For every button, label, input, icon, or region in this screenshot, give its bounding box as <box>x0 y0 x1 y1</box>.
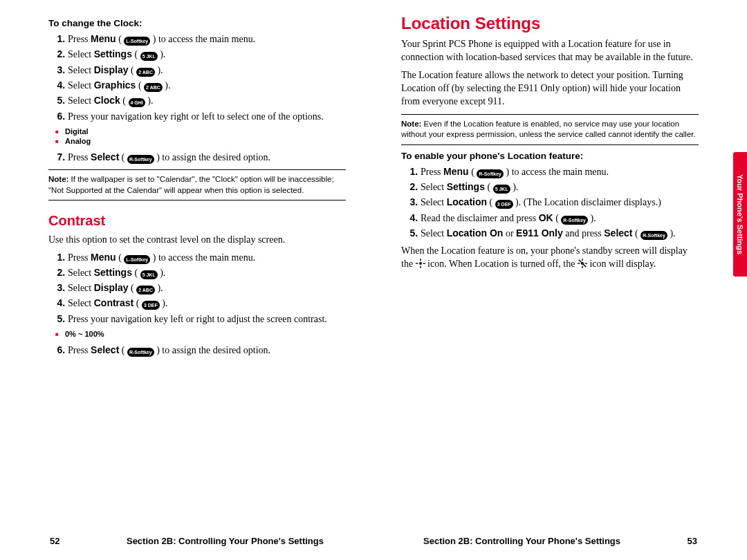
footer-title: Section 2B: Controlling Your Phone's Set… <box>423 536 620 546</box>
list-item: Select Contrast ( 3 DEF ). <box>68 297 346 310</box>
footer-title: Section 2B: Controlling Your Phone's Set… <box>127 536 324 546</box>
location-p1: Your Sprint PCS Phone is equipped with a… <box>401 37 699 64</box>
softkey-icon: R-Softkey <box>561 216 588 225</box>
list-item: Press Menu ( L-Softkey ) to access the m… <box>68 32 346 46</box>
softkey-icon: L-Softkey <box>124 255 150 264</box>
page-number: 53 <box>688 536 697 546</box>
right-footer: Section 2B: Controlling Your Phone's Set… <box>374 536 747 546</box>
key-icon: 4 GHI <box>129 98 145 107</box>
list-item: Select Graphics ( 2 ABC ). <box>68 79 346 92</box>
key-icon: 2 ABC <box>136 286 155 295</box>
list-item: Select Settings ( 5 JKL ). <box>68 48 346 61</box>
clock-steps: Press Menu ( L-Softkey ) to access the m… <box>48 32 346 123</box>
list-item: Select Location ( 3 DEF ). (The Location… <box>421 196 699 209</box>
list-item: Press Select ( R-Softkey ) to assign the… <box>68 344 346 357</box>
location-title: Location Settings <box>401 14 699 33</box>
key-icon: 3 DEF <box>142 301 160 310</box>
clock-options: Digital Analog <box>48 127 346 145</box>
location-on-icon <box>416 259 425 268</box>
list-item: Press your navigation key left or right … <box>68 312 346 326</box>
clock-heading: To change the Clock: <box>48 18 346 28</box>
location-steps: Press Menu ( R-Softkey ) to access the m… <box>401 165 699 241</box>
left-page: To change the Clock: Press Menu ( L-Soft… <box>0 0 374 560</box>
contrast-steps: Press Menu ( L-Softkey ) to access the m… <box>48 251 346 326</box>
list-item: Press Menu ( R-Softkey ) to access the m… <box>421 165 699 178</box>
softkey-icon: R-Softkey <box>127 155 154 164</box>
contrast-range: 0% ~ 100% <box>48 330 346 338</box>
list-item: Select Clock ( 4 GHI ). <box>68 94 346 107</box>
left-footer: 52 Section 2B: Controlling Your Phone's … <box>0 536 374 546</box>
enable-heading: To enable your phone's Location feature: <box>401 151 699 161</box>
softkey-icon: R-Softkey <box>640 231 667 240</box>
softkey-icon: R-Softkey <box>477 169 504 178</box>
list-item: Select Display ( 2 ABC ). <box>68 281 346 295</box>
key-icon: 5 JKL <box>140 52 158 61</box>
location-off-icon <box>578 259 587 268</box>
list-item: 0% ~ 100% <box>65 330 346 338</box>
list-item: Select Settings ( 5 JKL ). <box>421 180 699 194</box>
list-item: Press Menu ( L-Softkey ) to access the m… <box>68 251 346 264</box>
key-icon: 2 ABC <box>136 68 155 77</box>
list-item: Press Select ( R-Softkey ) to assign the… <box>68 151 346 164</box>
list-item: Analog <box>65 137 346 145</box>
softkey-icon: L-Softkey <box>124 37 150 46</box>
list-item: Select Settings ( 5 JKL ). <box>68 266 346 279</box>
contrast-title: Contrast <box>48 213 346 229</box>
clock-steps-cont: Press Select ( R-Softkey ) to assign the… <box>48 151 346 164</box>
key-icon: 3 DEF <box>495 200 513 209</box>
page-spread: To change the Clock: Press Menu ( L-Soft… <box>0 0 747 560</box>
location-p2: The Location feature allows the network … <box>401 68 699 109</box>
location-summary: When the Location feature is on, your ph… <box>401 244 699 271</box>
page-number: 52 <box>50 536 59 546</box>
list-item: Select Display ( 2 ABC ). <box>68 64 346 77</box>
svg-point-0 <box>419 263 422 265</box>
contrast-steps-cont: Press Select ( R-Softkey ) to assign the… <box>48 344 346 357</box>
list-item: Press your navigation key right or left … <box>68 110 346 123</box>
right-page: Location Settings Your Sprint PCS Phone … <box>374 0 747 560</box>
softkey-icon: R-Softkey <box>127 348 154 357</box>
side-tab: Your Phone's Settings <box>733 152 747 277</box>
key-icon: 5 JKL <box>493 185 510 194</box>
key-icon: 5 JKL <box>140 270 158 279</box>
list-item: Digital <box>65 127 346 136</box>
note-box: Note: If the wallpaper is set to "Calend… <box>48 169 346 200</box>
contrast-intro: Use this option to set the contrast leve… <box>48 233 346 246</box>
list-item: Select Location On or E911 Only and pres… <box>421 227 699 240</box>
key-icon: 2 ABC <box>144 83 163 92</box>
note-box: Note: Even if the Location feature is en… <box>401 114 699 145</box>
list-item: Read the disclaimer and press OK ( R-Sof… <box>421 212 699 225</box>
